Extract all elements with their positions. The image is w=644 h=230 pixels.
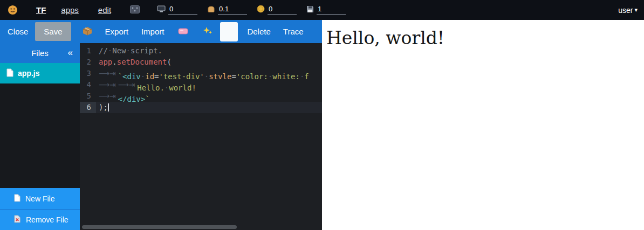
user-menu-label: user (618, 6, 633, 15)
space-dot: · (141, 72, 145, 79)
code-line-3[interactable]: ⟶⇥`<div·id='test-div'·style='color:·whit… (96, 68, 322, 79)
editor-toolbar: Close Save Export Import (0, 20, 322, 43)
file-icon (6, 68, 13, 79)
code-token: 'test-div' (159, 72, 204, 79)
scrollbar-thumb[interactable] (82, 225, 237, 229)
files-header: Files « (0, 43, 80, 63)
text-cursor (108, 103, 109, 111)
line-number-3: 3 (80, 68, 96, 79)
sparkles-icon (203, 26, 213, 37)
content: Close Save Export Import (0, 20, 644, 230)
monitor-value-field[interactable]: 0 (168, 5, 197, 15)
floppy-disk-icon (306, 5, 314, 15)
code-line-4[interactable]: ⟶⇥⟶⇥Hello,·world! (96, 79, 322, 90)
app-panel: Close Save Export Import (0, 20, 322, 230)
tab-marker: ⟶⇥ (99, 90, 118, 102)
export-button[interactable]: Export (105, 27, 128, 36)
floppy-value-field[interactable]: 1 (317, 5, 346, 15)
code-token: = (231, 72, 236, 79)
file-name: app.js (18, 69, 39, 78)
code-line-1[interactable]: //·New·script. (96, 45, 322, 57)
code-token: // (99, 46, 108, 55)
stat-floppy: 1 (306, 5, 346, 15)
code-token: <div (122, 72, 141, 79)
workspace: Files « app.js New File (0, 43, 322, 230)
files-sidebar: Files « app.js New File (0, 43, 80, 230)
stat-bread: 0.1 (207, 5, 247, 15)
trace-button[interactable]: Trace (283, 27, 304, 36)
code-token: ); (99, 103, 108, 111)
space-dot: · (126, 46, 131, 55)
new-file-button[interactable]: New File (0, 188, 80, 209)
space-dot: · (204, 72, 209, 79)
package-button[interactable] (83, 26, 92, 37)
code-token: ` (118, 72, 122, 79)
line-number-6: 6 (80, 102, 96, 113)
control-panel-button[interactable] (130, 5, 140, 15)
monitor-icon (157, 5, 166, 15)
code-token: f (304, 72, 309, 79)
gutter: 123456 (80, 43, 96, 230)
code-editor[interactable]: 123456 //·New·script.app.setDocument(⟶⇥`… (80, 43, 322, 230)
code-line-2[interactable]: app.setDocument( (96, 57, 322, 68)
line-number-5: 5 (80, 90, 96, 102)
remove-file-icon (14, 215, 21, 225)
topbar: TF apps edit 0 0.1 0 (0, 0, 644, 20)
package-icon (83, 26, 92, 37)
close-button[interactable]: Close (8, 27, 28, 36)
code-token: white; (272, 72, 300, 79)
tab-marker: ⟶⇥ (99, 68, 118, 79)
chevron-down-icon: ▾ (634, 6, 638, 13)
blank-button[interactable] (220, 22, 238, 41)
preview-heading: Hello, world! (326, 27, 644, 48)
sparkles-button[interactable] (203, 26, 213, 37)
tab-marker: ⟶⇥ (118, 79, 138, 90)
code-line-5[interactable]: ⟶⇥</div>` (96, 90, 322, 102)
space-dot: · (165, 83, 169, 90)
code-token: app (99, 58, 112, 66)
file-item-appjs[interactable]: app.js (0, 63, 80, 83)
save-button[interactable]: Save (35, 22, 71, 41)
tab-marker: ⟶⇥ (99, 79, 118, 90)
code-token: setDocument (117, 58, 167, 66)
code-token: </div> (118, 95, 146, 102)
files-title: Files (31, 48, 49, 58)
bread-value-field[interactable]: 0.1 (218, 5, 247, 15)
screen: TF apps edit 0 0.1 0 (0, 0, 644, 230)
collapse-sidebar-icon[interactable]: « (68, 47, 73, 58)
code-token: = (154, 72, 159, 79)
code-token: world! (169, 83, 196, 90)
preview-pane: Hello, world! (322, 20, 644, 230)
nav-link-edit[interactable]: edit (98, 5, 111, 15)
coin-icon (257, 5, 265, 15)
line-number-1: 1 (80, 45, 96, 57)
user-menu[interactable]: user ▾ (618, 6, 638, 15)
file-list-empty-area (0, 83, 80, 188)
stat-monitor: 0 (157, 5, 197, 15)
code-token: style (209, 72, 231, 79)
code-token: . (112, 58, 117, 66)
bread-icon (207, 5, 215, 15)
code-token: ( (167, 58, 171, 66)
delete-button[interactable]: Delete (247, 27, 270, 36)
new-file-icon (14, 194, 20, 204)
control-panel-icon (130, 5, 140, 15)
horizontal-scrollbar[interactable] (82, 225, 320, 229)
import-button[interactable]: Import (141, 27, 165, 36)
code-token: 'color: (236, 72, 268, 79)
code-token: ` (145, 95, 149, 102)
code-token: script. (131, 46, 162, 55)
soap-icon (178, 27, 188, 36)
nav-link-apps[interactable]: apps (61, 5, 79, 15)
smiley-devil-icon (8, 5, 18, 15)
code-line-6[interactable]: ); (96, 102, 322, 113)
soap-button[interactable] (178, 27, 188, 36)
brand-link[interactable]: TF (36, 5, 46, 15)
remove-file-button[interactable]: Remove File (0, 209, 80, 230)
stat-coin: 0 (257, 5, 297, 15)
code-area[interactable]: //·New·script.app.setDocument(⟶⇥`<div·id… (96, 43, 322, 230)
coin-value-field[interactable]: 0 (268, 5, 297, 15)
line-number-4: 4 (80, 79, 96, 90)
new-file-label: New File (25, 194, 54, 203)
line-number-2: 2 (80, 57, 96, 68)
